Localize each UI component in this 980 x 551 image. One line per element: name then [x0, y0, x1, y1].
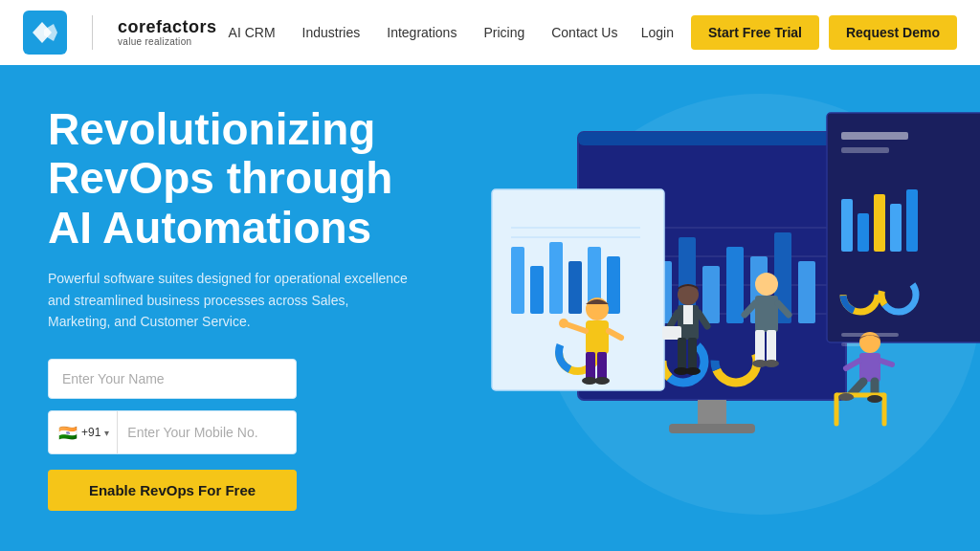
svg-rect-61: [683, 305, 693, 324]
name-input[interactable]: [48, 359, 297, 399]
svg-rect-70: [755, 296, 778, 332]
nav-link-industries[interactable]: Industries: [291, 17, 372, 48]
svg-point-87: [867, 395, 882, 403]
svg-rect-38: [841, 147, 889, 153]
logo-icon: [23, 11, 67, 55]
svg-rect-42: [890, 204, 902, 252]
hero-content: Revolutionizing RevOps through AI Automa…: [48, 105, 507, 512]
svg-rect-56: [597, 352, 607, 381]
svg-point-58: [594, 377, 610, 385]
svg-point-76: [764, 360, 779, 367]
hero-section: Revolutionizing RevOps through AI Automa…: [0, 65, 980, 551]
hero-illustration: [463, 65, 980, 551]
svg-point-86: [838, 393, 854, 401]
svg-rect-13: [726, 247, 744, 323]
svg-point-68: [685, 367, 701, 375]
nav-login[interactable]: Login: [634, 17, 681, 48]
phone-code: +91: [81, 426, 100, 439]
svg-line-80: [880, 361, 892, 364]
nav-actions: Login Start Free Trial Request Demo: [634, 15, 957, 50]
svg-rect-55: [586, 352, 595, 381]
svg-rect-78: [859, 353, 880, 382]
brand-tagline: value realization: [118, 36, 217, 47]
start-free-trial-button[interactable]: Start Free Trial: [691, 15, 819, 50]
hero-title: Revolutionizing RevOps through AI Automa…: [48, 105, 507, 253]
svg-rect-29: [568, 261, 582, 314]
nav-link-integrations[interactable]: Integrations: [375, 17, 468, 48]
svg-rect-64: [662, 326, 681, 340]
svg-rect-51: [586, 320, 609, 354]
svg-rect-23: [698, 400, 726, 427]
phone-flag-selector[interactable]: 🇮🇳 +91 ▾: [49, 411, 118, 453]
phone-input[interactable]: [118, 413, 296, 452]
svg-point-69: [755, 273, 778, 296]
nav-link-contact[interactable]: Contact Us: [540, 17, 629, 48]
request-demo-button[interactable]: Request Demo: [829, 15, 957, 50]
svg-rect-43: [906, 189, 918, 252]
svg-rect-3: [578, 132, 846, 145]
svg-rect-40: [858, 213, 869, 252]
svg-rect-12: [702, 266, 720, 323]
svg-rect-16: [798, 261, 815, 323]
svg-rect-73: [755, 330, 765, 364]
svg-rect-31: [607, 256, 620, 314]
svg-rect-26: [511, 247, 524, 314]
logo-divider: [92, 15, 93, 50]
logo-area: corefactors value realization: [23, 11, 217, 55]
enable-revops-button[interactable]: Enable RevOps For Free: [48, 470, 297, 511]
svg-rect-37: [841, 132, 908, 140]
flag-emoji: 🇮🇳: [58, 424, 78, 442]
nav-link-pricing[interactable]: Pricing: [472, 17, 536, 48]
navbar: corefactors value realization AI CRM Ind…: [0, 0, 980, 65]
logo-text: corefactors value realization: [118, 18, 217, 48]
svg-rect-24: [669, 424, 755, 433]
svg-rect-27: [530, 266, 544, 314]
chevron-down-icon: ▾: [104, 428, 109, 438]
nav-link-ai-crm[interactable]: AI CRM: [217, 17, 287, 48]
illustration-svg: [463, 65, 980, 551]
svg-rect-41: [874, 194, 885, 252]
svg-rect-39: [841, 199, 853, 252]
svg-point-53: [559, 319, 568, 328]
brand-name: corefactors: [118, 18, 217, 37]
svg-rect-65: [678, 338, 686, 371]
svg-rect-66: [688, 338, 697, 371]
nav-links: AI CRM Industries Integrations Pricing C…: [217, 17, 634, 48]
phone-input-row: 🇮🇳 +91 ▾: [48, 410, 297, 454]
svg-rect-28: [549, 242, 563, 314]
svg-rect-74: [767, 330, 776, 364]
hero-subtitle: Powerful software suites designed for op…: [48, 268, 412, 332]
